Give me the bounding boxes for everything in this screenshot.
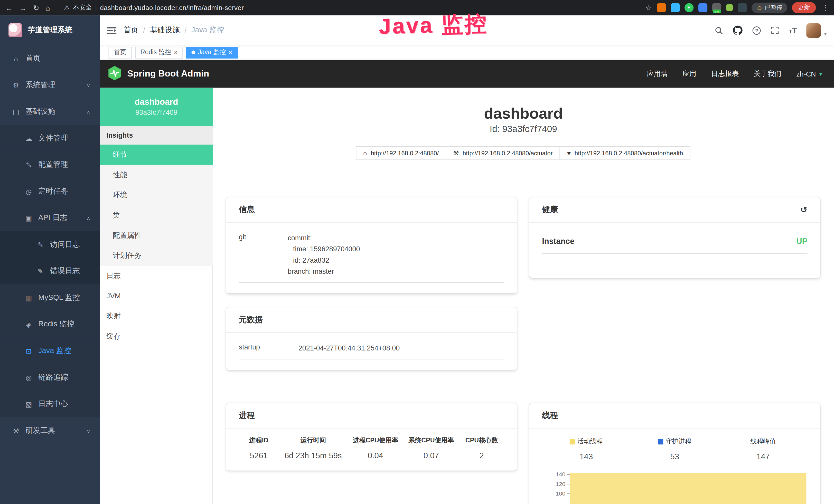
health-instance-row: Instance UP — [542, 230, 807, 254]
extension-icon-4[interactable] — [698, 3, 707, 12]
daemon-threads-value: 53 — [631, 452, 719, 461]
help-icon[interactable]: ? — [752, 26, 761, 35]
breadcrumb-home[interactable]: 首页 — [123, 25, 138, 35]
sidebar-item-api-logs[interactable]: ▣ API 日志 ∧ — [0, 205, 100, 231]
address-divider: | — [95, 4, 97, 12]
sba-item-details[interactable]: 细节 — [100, 144, 213, 165]
metadata-row-startup: startup 2021-04-27T00:44:31.254+08:00 — [239, 340, 504, 360]
sidebar-item-redis-monitor[interactable]: ◈ Redis 监控 — [0, 311, 100, 338]
chevron-down-icon: ∨ — [87, 428, 90, 433]
address-bar[interactable]: ⚠ 不安全 | dashboard.yudao.iocoder.cn/infra… — [64, 3, 244, 12]
history-icon[interactable]: ↺ — [800, 205, 808, 215]
extension-icon-6[interactable] — [726, 4, 733, 11]
chart-plot-area — [570, 469, 808, 500]
sba-sidebar: dashboard 93a3fc7f7409 Insights 细节 性能 环境… — [100, 88, 213, 504]
sidebar-item-file-management[interactable]: ☁ 文件管理 — [0, 125, 100, 152]
col-process-cpu: 进程CPU使用率 — [348, 436, 403, 445]
instance-header[interactable]: dashboard 93a3fc7f7409 — [100, 88, 213, 126]
tab-redis-monitor[interactable]: Redis 监控 × — [135, 46, 183, 58]
instance-id: 93a3fc7f7409 — [135, 108, 177, 116]
sba-brand[interactable]: Spring Boot Admin — [127, 69, 209, 79]
sba-item-config-props[interactable]: 配置属性 — [100, 225, 213, 246]
val-process-id: 5261 — [239, 451, 279, 460]
sidebar-item-log-center[interactable]: ▧ 日志中心 — [0, 391, 100, 417]
sba-nav-journal[interactable]: 日志报表 — [711, 69, 739, 78]
sba-item-scheduled-tasks[interactable]: 计划任务 — [100, 246, 213, 266]
app-logo-row[interactable]: 芋道管理系统 — [0, 16, 100, 45]
tab-java-monitor[interactable]: Java 监控 × — [186, 46, 238, 58]
sba-nav-applications[interactable]: 应用 — [682, 69, 696, 78]
back-icon[interactable]: ← — [5, 4, 13, 12]
sba-item-metrics[interactable]: 性能 — [100, 165, 213, 185]
font-size-icon[interactable]: TT — [789, 26, 797, 35]
sba-item-logfile[interactable]: 日志 — [100, 266, 213, 286]
sidebar-item-scheduled-jobs[interactable]: ◷ 定时任务 — [0, 178, 100, 205]
extension-icon-3[interactable]: Y — [684, 3, 694, 12]
fullscreen-icon[interactable] — [771, 26, 779, 35]
sidebar-item-system-management[interactable]: ⚙ 系统管理 ∨ — [0, 72, 100, 98]
forward-icon[interactable]: → — [19, 4, 27, 12]
avatar-caret-icon: ▾ — [824, 31, 827, 37]
sba-nav: 应用墙 应用 日志报表 关于我们 zh-CN ▾ — [647, 69, 822, 78]
live-threads-area — [570, 473, 806, 504]
sidebar-item-error-logs[interactable]: ✎ 错误日志 — [0, 258, 100, 284]
sidebar-item-mysql-monitor[interactable]: ▦ MySQL 监控 — [0, 284, 100, 311]
sba-nav-wallboard[interactable]: 应用墙 — [647, 69, 667, 78]
sidebar-item-trace[interactable]: ◎ 链路追踪 — [0, 364, 100, 391]
sidebar-item-config-management[interactable]: ✎ 配置管理 — [0, 152, 100, 178]
wrench-icon: ⚒ — [453, 150, 459, 157]
process-card: 进程 进程ID 运行时间 进程CPU使用率 系统CPU使用率 CPU核心数 52… — [226, 403, 517, 471]
home-icon: ⌂ — [12, 54, 20, 62]
sba-nav-about[interactable]: 关于我们 — [754, 69, 782, 78]
avatar[interactable] — [807, 23, 821, 38]
github-icon[interactable] — [733, 25, 743, 35]
sba-item-environment[interactable]: 环境 — [100, 185, 213, 205]
info-row-git: git commit: time: 1596289704000 id: 27aa… — [239, 230, 504, 283]
extension-icon-5[interactable]: on — [712, 3, 721, 12]
breadcrumb-current: Java 监控 — [191, 25, 224, 35]
col-cpu-cores: CPU核心数 — [459, 436, 504, 445]
breadcrumb-infrastructure[interactable]: 基础设施 — [150, 25, 180, 35]
threads-legend: 活动线程 守护进程 线程峰值 — [542, 437, 807, 461]
info-key: git — [239, 232, 288, 277]
tab-home[interactable]: 首页 — [108, 46, 132, 58]
sba-item-caches[interactable]: 缓存 — [100, 326, 213, 347]
clock-icon: ◷ — [24, 187, 33, 196]
update-button[interactable]: 更新 — [792, 2, 816, 13]
bookmark-star-icon[interactable]: ☆ — [645, 3, 652, 12]
extension-icon-1[interactable] — [657, 3, 666, 12]
log-center-icon: ▧ — [24, 400, 33, 408]
file-icon: ☁ — [24, 134, 33, 142]
sba-item-mappings[interactable]: 映射 — [100, 306, 213, 327]
close-icon[interactable]: × — [228, 49, 233, 56]
instance-name: dashboard — [135, 97, 178, 107]
extension-icon-7[interactable] — [738, 3, 747, 12]
search-icon[interactable] — [714, 26, 723, 35]
close-icon[interactable]: × — [174, 49, 178, 56]
sidebar-item-infrastructure[interactable]: ▤ 基础设施 ∧ — [0, 98, 100, 125]
redis-icon: ◈ — [24, 320, 33, 328]
sba-logo[interactable] — [107, 65, 122, 83]
hamburger-icon[interactable] — [100, 16, 123, 45]
extension-icon-2[interactable] — [671, 3, 680, 12]
chart-y-axis: 140 120 100 — [542, 469, 570, 500]
chevron-down-icon: ∨ — [87, 83, 90, 88]
sba-item-jvm[interactable]: JVM — [100, 286, 213, 306]
app-logo — [8, 23, 22, 37]
paused-badge[interactable]: ☺ 已暂停 — [751, 3, 787, 13]
sidebar-item-dev-tools[interactable]: ⚒ 研发工具 ∨ — [0, 417, 100, 444]
home-icon: ⌂ — [363, 150, 367, 157]
sba-item-classes[interactable]: 类 — [100, 205, 213, 225]
col-process-id: 进程ID — [239, 436, 279, 445]
sidebar-item-home[interactable]: ⌂ 首页 — [0, 45, 100, 72]
sidebar-item-access-logs[interactable]: ✎ 访问日志 — [0, 231, 100, 258]
locale-selector[interactable]: zh-CN ▾ — [796, 70, 822, 78]
sidebar-item-java-monitor[interactable]: ⊡ Java 监控 — [0, 338, 100, 364]
browser-menu-icon[interactable]: ⋮ — [822, 4, 829, 12]
tools-icon: ⚒ — [12, 427, 20, 435]
reload-icon[interactable]: ↻ — [33, 4, 39, 12]
browser-home-icon[interactable]: ⌂ — [46, 4, 50, 12]
chip-actuator-url[interactable]: ⚒ http://192.168.0.2:48080/actuator — [446, 146, 560, 160]
chip-root-url[interactable]: ⌂ http://192.168.0.2:48080/ — [356, 146, 446, 160]
chip-health-url[interactable]: ♥ http://192.168.0.2:48080/actuator/heal… — [560, 146, 691, 160]
